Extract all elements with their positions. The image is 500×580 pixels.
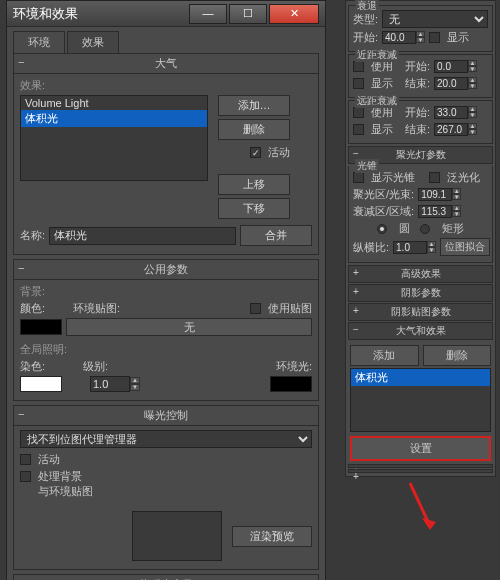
svg-marker-1	[422, 518, 436, 530]
start-label: 开始:	[353, 30, 378, 45]
tint-swatch[interactable]	[20, 376, 62, 392]
env-effects-dialog: 环境和效果 — ☐ ✕ 环境 效果 −大气 效果: Volume Light 体…	[6, 0, 326, 580]
far-end-spinner[interactable]: ▲▼	[434, 123, 477, 136]
color-label: 颜色:	[20, 301, 45, 316]
common-header: 公用参数	[144, 263, 188, 275]
decay-type-select[interactable]: 无	[382, 10, 488, 28]
name-input[interactable]	[49, 227, 236, 245]
near-start-spinner[interactable]: ▲▼	[434, 60, 477, 73]
near-end-spinner[interactable]: ▲▼	[434, 77, 477, 90]
ambient-label: 环境光:	[276, 359, 312, 374]
atmosphere-panel: −大气 效果: Volume Light 体积光 添加… 删除 ✓活动 上移 下…	[13, 53, 319, 255]
far-start-spinner[interactable]: ▲▼	[434, 106, 477, 119]
process-bg-label: 处理背景 与环境贴图	[38, 469, 93, 499]
usemap-checkbox[interactable]	[250, 303, 261, 314]
preview-thumb	[132, 511, 222, 561]
aspect-spinner[interactable]: ▲▼	[393, 241, 436, 254]
render-preview-button[interactable]: 渲染预览	[232, 526, 312, 547]
atmosphere-header: 大气	[155, 57, 177, 69]
shadow-params-bar[interactable]: +阴影参数	[348, 284, 493, 302]
extra-bar-1[interactable]: +	[348, 464, 493, 468]
effects-label: 效果:	[20, 78, 312, 93]
bg-label: 背景:	[20, 284, 312, 299]
envmap-slot[interactable]: 无	[66, 318, 312, 336]
volume-light-panel: −体积光参数 灯光:	[13, 574, 319, 580]
type-label: 类型:	[353, 12, 378, 27]
hotspot-spinner[interactable]: ▲▼	[418, 188, 461, 201]
active-checkbox[interactable]: ✓	[250, 147, 261, 158]
name-label: 名称:	[20, 228, 45, 243]
setup-button[interactable]: 设置	[350, 436, 491, 461]
exposure-select[interactable]: 找不到位图代理管理器	[20, 430, 312, 448]
overshoot-checkbox[interactable]	[429, 172, 440, 183]
envmap-label: 环境贴图:	[73, 301, 120, 316]
move-down-button[interactable]: 下移	[218, 198, 290, 219]
collapse-icon[interactable]: −	[18, 56, 24, 68]
decay-show-checkbox[interactable]	[429, 32, 440, 43]
decay-label: 衰退	[355, 0, 379, 13]
right-panel: 衰退 类型:无 开始:▲▼显示 近距衰减 使用开始:▲▼ 显示结束:▲▼ 远距衰…	[345, 0, 496, 477]
annotation-arrow-icon	[400, 478, 440, 538]
exposure-active-label: 活动	[38, 452, 60, 467]
list-item[interactable]: 体积光	[21, 110, 207, 127]
decay-show-label: 显示	[447, 30, 469, 45]
near-use-checkbox[interactable]	[353, 61, 364, 72]
far-atten-group: 远距衰减 使用开始:▲▼ 显示结束:▲▼	[348, 100, 493, 144]
bg-color-swatch[interactable]	[20, 319, 62, 335]
move-up-button[interactable]: 上移	[218, 174, 290, 195]
ambient-swatch[interactable]	[270, 376, 312, 392]
delete-button[interactable]: 删除	[218, 119, 290, 140]
active-label: 活动	[268, 145, 290, 160]
usemap-label: 使用贴图	[268, 301, 312, 316]
dialog-title: 环境和效果	[13, 5, 187, 23]
exposure-header: 曝光控制	[144, 409, 188, 421]
near-atten-group: 近距衰减 使用开始:▲▼ 显示结束:▲▼	[348, 54, 493, 98]
atmo-add-button[interactable]: 添加	[350, 345, 419, 366]
add-button[interactable]: 添加…	[218, 95, 290, 116]
exposure-active-checkbox[interactable]	[20, 454, 31, 465]
falloff-spinner[interactable]: ▲▼	[418, 205, 461, 218]
far-use-checkbox[interactable]	[353, 107, 364, 118]
exposure-panel: −曝光控制 找不到位图代理管理器 活动 处理背景 与环境贴图 渲染预览	[13, 405, 319, 570]
tab-effects[interactable]: 效果	[67, 31, 119, 53]
collapse-icon: −	[353, 148, 359, 159]
list-item[interactable]: Volume Light	[21, 96, 207, 110]
near-show-checkbox[interactable]	[353, 78, 364, 89]
close-button[interactable]: ✕	[269, 4, 319, 24]
shadowmap-params-bar[interactable]: +阴影贴图参数	[348, 303, 493, 321]
rect-radio[interactable]	[420, 224, 430, 234]
atmo-delete-button[interactable]: 删除	[423, 345, 492, 366]
spotlight-group: 光锥 显示光锥泛光化 聚光区/光束:▲▼ 衰减区/区域:▲▼ 圆矩形 纵横比:▲…	[348, 166, 493, 263]
tint-label: 染色:	[20, 359, 45, 374]
collapse-icon[interactable]: −	[18, 408, 24, 420]
minimize-button[interactable]: —	[189, 4, 227, 24]
titlebar[interactable]: 环境和效果 — ☐ ✕	[7, 1, 325, 27]
atmo-list[interactable]: 体积光	[350, 368, 491, 432]
showcone-checkbox[interactable]	[353, 172, 364, 183]
merge-button[interactable]: 合并	[240, 225, 312, 246]
atmosphere-list[interactable]: Volume Light 体积光	[20, 95, 208, 181]
atmo-effects-bar[interactable]: −大气和效果	[348, 322, 493, 340]
adv-effects-bar[interactable]: +高级效果	[348, 265, 493, 283]
level-spinner[interactable]: ▲▼	[90, 376, 140, 392]
tab-environment[interactable]: 环境	[13, 31, 65, 53]
cone-label: 光锥	[355, 159, 379, 173]
process-bg-checkbox[interactable]	[20, 471, 31, 482]
level-label: 级别:	[83, 359, 108, 374]
far-title: 远距衰减	[355, 94, 399, 108]
decay-group: 衰退 类型:无 开始:▲▼显示	[348, 5, 493, 52]
maximize-button[interactable]: ☐	[229, 4, 267, 24]
collapse-icon[interactable]: −	[18, 262, 24, 274]
circle-radio[interactable]	[377, 224, 387, 234]
global-label: 全局照明:	[20, 342, 312, 357]
extra-bar-2[interactable]: +	[348, 469, 493, 473]
near-title: 近距衰减	[355, 48, 399, 62]
svg-line-0	[410, 483, 430, 526]
common-params-panel: −公用参数 背景: 颜色: 环境贴图: 使用贴图 无 全局照明: 染色: 级别:…	[13, 259, 319, 401]
bitmap-fit-button[interactable]: 位图拟合	[440, 238, 490, 256]
far-show-checkbox[interactable]	[353, 124, 364, 135]
decay-start-spinner[interactable]: ▲▼	[382, 31, 425, 44]
list-item[interactable]: 体积光	[351, 369, 490, 386]
